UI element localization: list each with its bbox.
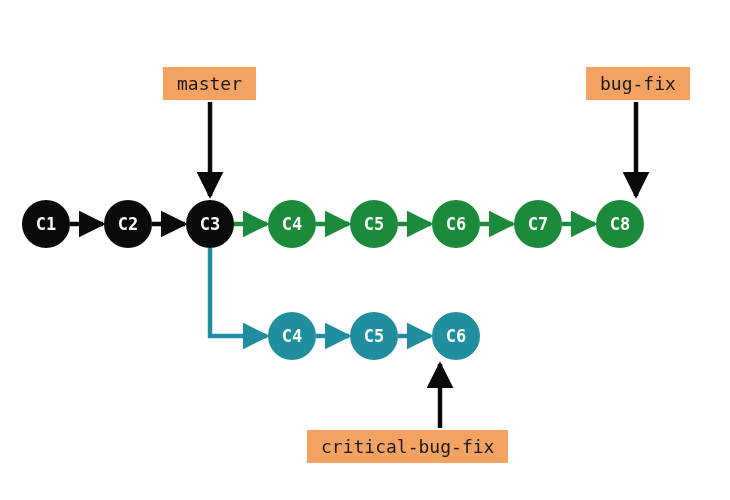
branch-label-bug-fix: bug-fix bbox=[586, 67, 690, 100]
commit-node-c8: C8 bbox=[596, 200, 644, 248]
commit-node-c3: C3 bbox=[186, 200, 234, 248]
commit-node-branch-c6: C6 bbox=[432, 312, 480, 360]
commit-node-branch-c4: C4 bbox=[268, 312, 316, 360]
branch-label-critical-bug-fix: critical-bug-fix bbox=[307, 430, 508, 463]
commit-node-c7: C7 bbox=[514, 200, 562, 248]
commit-node-c4: C4 bbox=[268, 200, 316, 248]
commit-node-branch-c5: C5 bbox=[350, 312, 398, 360]
commit-node-c6: C6 bbox=[432, 200, 480, 248]
commit-node-c1: C1 bbox=[22, 200, 70, 248]
branch-label-master: master bbox=[163, 67, 256, 100]
edge-c3-branch-c4 bbox=[210, 248, 267, 336]
commit-node-c2: C2 bbox=[104, 200, 152, 248]
commit-node-c5: C5 bbox=[350, 200, 398, 248]
